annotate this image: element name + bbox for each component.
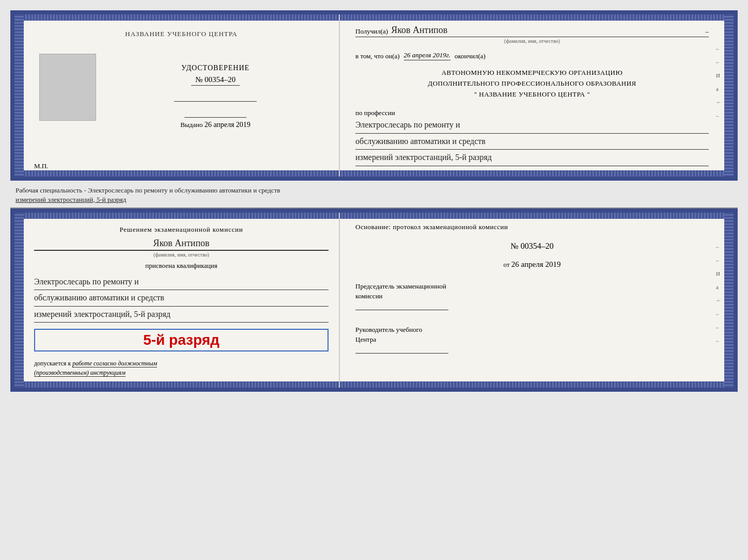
profession-text: Электрослесарь по ремонту и обслуживанию… xyxy=(355,117,709,166)
bottom-left-page: Решением экзаменационной комиссии Яков А… xyxy=(24,213,340,388)
top-strip-bottom-right xyxy=(340,213,724,219)
fio-subtitle: (фамилия, имя, отчество) xyxy=(355,38,709,44)
ot-label: от xyxy=(504,261,510,268)
top-document: НАЗВАНИЕ УЧЕБНОГО ЦЕНТРА УДОСТОВЕРЕНИЕ №… xyxy=(10,10,738,181)
qual-line3: измерений электростанций, 5-й разряд xyxy=(34,307,329,323)
spine-right-bottom xyxy=(724,213,734,388)
prof-line2: обслуживанию автоматики и средств xyxy=(355,134,709,150)
top-strip-bottom-left xyxy=(24,213,339,219)
udostoverenie-block: УДОСТОВЕРЕНИЕ № 00354–20 xyxy=(102,64,329,86)
profession-block: по профессии Электрослесарь по ремонту и… xyxy=(355,107,709,166)
prof-line3: измерений электростанций, 5-й разряд xyxy=(355,150,709,166)
udostoverenie-number: № 00354–20 xyxy=(191,74,240,86)
vydano-label-inner: Выдано xyxy=(180,121,205,129)
recipient-name: Яков Антипов xyxy=(391,25,702,36)
qual-line2: обслуживанию автоматики и средств xyxy=(34,290,329,306)
bottom-strip-bottom-left xyxy=(24,381,339,388)
po-professii: по профессии xyxy=(355,109,709,117)
fio-label-bottom: (фамилия, имя, отчество) xyxy=(34,250,329,258)
prisvoena-line: присвоена квалификация xyxy=(34,262,329,270)
udostoverenie-label: УДОСТОВЕРЕНИЕ xyxy=(102,64,329,72)
resolution-name: Яков Антипов xyxy=(34,238,329,250)
vydano-line: Выдано 26 апреля 2019 xyxy=(102,121,329,129)
chairman-block: Председатель экзаменационной комиссии xyxy=(355,281,709,310)
top-right-page: Получил(а) Яков Антипов – (фамилия, имя,… xyxy=(340,14,724,177)
osnovanie-text: Основание: протокол экзаменационной коми… xyxy=(355,223,709,231)
spine-right-top xyxy=(724,14,734,177)
middle-line2: измерений электростанций, 5-й разряд xyxy=(15,195,733,204)
org-name: " НАЗВАНИЕ УЧЕБНОГО ЦЕНТРА " xyxy=(355,89,709,100)
qual-line1: Электрослесарь по ремонту и xyxy=(34,274,329,290)
resolution-name-block: Яков Антипов (фамилия, имя, отчество) xyxy=(34,238,329,258)
vydano-date-inner: 26 апреля 2019 xyxy=(205,121,251,129)
right-side-marks-bottom: – – И а ← – – – xyxy=(716,244,722,344)
dopusk-text2: (производственным) инструкциям xyxy=(34,369,126,377)
chairman-label2: комиссии xyxy=(355,291,709,301)
dopusk-text: работе согласно должностным xyxy=(72,360,157,367)
razryad-box: 5-й разряд xyxy=(34,329,329,351)
head-block: Руководитель учебного Центра xyxy=(355,325,709,354)
vtom-label: в том, что он(а) xyxy=(355,52,400,60)
org-block: АВТОНОМНУЮ НЕКОММЕРЧЕСКУЮ ОРГАНИЗАЦИЮ ДО… xyxy=(355,68,709,100)
right-side-marks-top: – – И а ← – xyxy=(716,45,722,119)
bottom-document: Решением экзаменационной комиссии Яков А… xyxy=(10,209,738,392)
protocol-number: № 00354–20 xyxy=(355,242,709,251)
org-line2: ДОПОЛНИТЕЛЬНОГО ПРОФЕССИОНАЛЬНОГО ОБРАЗО… xyxy=(355,78,709,89)
chairman-label: Председатель экзаменационной xyxy=(355,281,709,292)
vtom-date: 26 апреля 2019г. xyxy=(404,51,450,60)
bottom-right-page: Основание: протокол экзаменационной коми… xyxy=(340,213,724,388)
signature-line-left xyxy=(174,101,257,102)
middle-line1: Рабочая специальность - Электрослесарь п… xyxy=(15,186,733,195)
dopuskaetsya-block: допускается к работе согласно должностны… xyxy=(34,359,329,377)
org-line1: АВТОНОМНУЮ НЕКОММЕРЧЕСКУЮ ОРГАНИЗАЦИЮ xyxy=(355,68,709,78)
bottom-strip-left xyxy=(24,170,339,177)
center-title-top-left: НАЗВАНИЕ УЧЕБНОГО ЦЕНТРА xyxy=(125,30,237,38)
spine-left-bottom xyxy=(14,213,24,388)
okonchil-label: окончил(а) xyxy=(455,52,486,60)
mp-line: М.П. xyxy=(34,162,48,170)
top-strip-left xyxy=(24,14,339,21)
top-left-page: НАЗВАНИЕ УЧЕБНОГО ЦЕНТРА УДОСТОВЕРЕНИЕ №… xyxy=(24,14,340,177)
bottom-strip-right-top xyxy=(340,170,724,177)
qual-text-bottom: Электрослесарь по ремонту и обслуживанию… xyxy=(34,274,329,323)
spine-left xyxy=(14,14,24,177)
dopusk-label: допускается к xyxy=(34,360,71,367)
prof-line1: Электрослесарь по ремонту и xyxy=(355,117,709,133)
head-label2: Центра xyxy=(355,334,709,345)
protocol-date-value: 26 апреля 2019 xyxy=(511,260,561,268)
head-label: Руководитель учебного xyxy=(355,325,709,335)
protocol-date: от 26 апреля 2019 xyxy=(355,260,709,269)
resolution-title: Решением экзаменационной комиссии xyxy=(34,226,329,234)
page-wrapper: НАЗВАНИЕ УЧЕБНОГО ЦЕНТРА УДОСТОВЕРЕНИЕ №… xyxy=(10,10,738,392)
middle-text-strip: Рабочая специальность - Электрослесарь п… xyxy=(10,183,738,209)
top-strip-right xyxy=(340,14,724,21)
recipient-block: Получил(а) Яков Антипов – (фамилия, имя,… xyxy=(355,25,709,44)
poluchil-label: Получил(а) xyxy=(355,27,388,36)
razryad-big: 5-й разряд xyxy=(41,332,321,348)
photo-placeholder xyxy=(39,54,96,121)
head-sig-line xyxy=(355,353,448,354)
bottom-strip-bottom-right xyxy=(340,381,724,388)
vtom-block: в том, что он(а) 26 апреля 2019г. окончи… xyxy=(355,51,709,60)
chairman-sig-line xyxy=(355,310,448,310)
